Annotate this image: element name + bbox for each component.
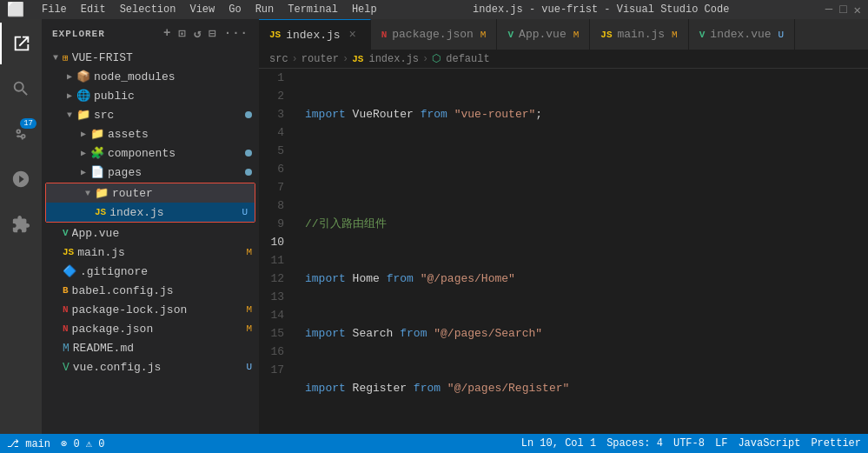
pkglock-badge: M — [246, 304, 252, 315]
more-icon[interactable]: ··· — [224, 26, 248, 41]
menu-go[interactable]: Go — [229, 3, 241, 16]
tree-gitignore[interactable]: 🔷 .gitignore — [42, 262, 259, 281]
tree-vueconfig[interactable]: V vue.config.js U — [42, 357, 259, 376]
menu-selection[interactable]: Selection — [120, 3, 176, 16]
ln-1: 1 — [259, 69, 291, 87]
breadcrumb-indexjs: index.js — [368, 53, 419, 65]
menu-run[interactable]: Run — [255, 3, 275, 16]
pub-arrow: ▶ — [63, 90, 76, 101]
status-spaces[interactable]: Spaces: 4 — [606, 437, 663, 450]
appvue-lang: V — [63, 228, 69, 238]
tab-indexvue-lang: V — [699, 30, 706, 40]
line-numbers: 1 2 3 4 5 6 7 8 9 10 11 12 13 14 15 16 1… — [259, 69, 298, 434]
status-right: Ln 10, Col 1 Spaces: 4 UTF-8 LF JavaScri… — [521, 437, 861, 450]
tab-index-vue[interactable]: V index.vue U — [689, 19, 795, 50]
breadcrumb-js-icon: JS — [352, 54, 363, 64]
assets-label: assets — [108, 128, 259, 141]
tab-index-js[interactable]: JS index.js × — [259, 19, 371, 50]
tree-router[interactable]: ▼ 📁 router — [46, 183, 255, 203]
ln-7: 7 — [259, 178, 291, 197]
tree-readme[interactable]: M README.md — [42, 338, 259, 357]
ln-3: 3 — [259, 105, 291, 123]
tree-root[interactable]: ▼ ⊞ VUE-FRIST — [42, 48, 259, 67]
tab-mainjs-label: main.js — [618, 28, 666, 41]
ln-2: 2 — [259, 87, 291, 105]
tree-assets[interactable]: ▶ 📁 assets — [42, 124, 259, 143]
tree-appvue[interactable]: V App.vue — [42, 223, 259, 243]
comp-dot — [245, 150, 252, 157]
title-bar-title: index.js - vue-frist - Visual Studio Cod… — [473, 3, 729, 16]
code-line-3: //引入路由组件 — [305, 215, 868, 233]
status-eol[interactable]: LF — [715, 437, 727, 450]
tree-node-modules[interactable]: ▶ 📦 node_modules — [42, 67, 259, 86]
editor-area: JS index.js × N package.json M V App.vue… — [259, 19, 868, 434]
menu-terminal[interactable]: Terminal — [288, 3, 338, 16]
status-encoding[interactable]: UTF-8 — [673, 437, 705, 450]
new-file-icon[interactable]: + — [163, 26, 171, 41]
tab-app-vue[interactable]: V App.vue M — [497, 19, 590, 50]
menu-view[interactable]: View — [189, 3, 215, 16]
tab-main-js[interactable]: JS main.js M — [590, 19, 688, 50]
code-editor[interactable]: 1 2 3 4 5 6 7 8 9 10 11 12 13 14 15 16 1… — [259, 69, 868, 434]
pages-label: pages — [108, 166, 245, 179]
mainjs-lang: JS — [63, 247, 74, 257]
sidebar-header-icons: + ⊡ ↺ ⊟ ··· — [163, 26, 248, 41]
router-highlight-box: ▼ 📁 router JS index.js U — [45, 183, 255, 223]
search-activity-icon[interactable] — [0, 68, 42, 110]
status-errors[interactable]: ⊗ 0 ⚠ 0 — [61, 437, 104, 450]
indexjs-badge: U — [242, 207, 248, 217]
root-icon: ⊞ — [63, 52, 69, 63]
explorer-activity-icon[interactable] — [0, 23, 42, 64]
tree-pkgjson[interactable]: N package.json M — [42, 319, 259, 338]
readme-icon: M — [63, 342, 70, 355]
tab-pkgjson-lang: N — [381, 30, 388, 40]
root-label: VUE-FRIST — [72, 51, 259, 64]
status-ln-col[interactable]: Ln 10, Col 1 — [521, 437, 596, 450]
indexjs-lang: JS — [95, 207, 106, 217]
tree-public[interactable]: ▶ 🌐 public — [42, 86, 259, 105]
tab-appvue-badge: M — [573, 30, 580, 40]
status-lang[interactable]: JavaScript — [738, 437, 800, 450]
root-arrow: ▼ — [49, 53, 63, 63]
tree-components[interactable]: ▶ 🧩 components — [42, 143, 259, 163]
ln-14: 14 — [259, 306, 291, 324]
tree-router-indexjs[interactable]: JS index.js U — [46, 203, 255, 222]
tree-babel[interactable]: B babel.config.js — [42, 281, 259, 300]
tab-package-json[interactable]: N package.json M — [371, 19, 498, 50]
breadcrumb-default: default — [446, 53, 489, 65]
tab-appvue-label: App.vue — [519, 28, 567, 41]
nm-arrow: ▶ — [63, 71, 76, 82]
code-lines[interactable]: import VueRouter from "vue-router"; //引入… — [298, 69, 868, 434]
comp-label: components — [108, 147, 245, 160]
ln-5: 5 — [259, 142, 291, 160]
src-label: src — [94, 109, 245, 122]
collapse-icon[interactable]: ⊟ — [209, 26, 216, 41]
babel-icon: B — [63, 285, 69, 296]
tree-mainjs[interactable]: JS main.js M — [42, 243, 259, 262]
status-formatter[interactable]: Prettier — [811, 437, 861, 450]
tab-index-js-close[interactable]: × — [346, 28, 360, 42]
source-control-activity-icon[interactable]: 17 — [0, 113, 42, 155]
sidebar-tree: ▼ ⊞ VUE-FRIST ▶ 📦 node_modules ▶ 🌐 publi… — [42, 48, 259, 434]
tree-src[interactable]: ▼ 📁 src — [42, 105, 259, 124]
menu-help[interactable]: Help — [352, 3, 377, 16]
menu-file[interactable]: File — [42, 3, 67, 16]
main-container: 17 EXPLORER + ⊡ ↺ ⊟ ··· ▼ ⊞ VUE-FRIST — [0, 19, 868, 434]
debug-activity-icon[interactable] — [0, 158, 42, 200]
menu-edit[interactable]: Edit — [81, 3, 106, 16]
status-branch[interactable]: ⎇ main — [7, 437, 50, 450]
tree-pages[interactable]: ▶ 📄 pages — [42, 163, 259, 182]
tree-pkglock[interactable]: N package-lock.json M — [42, 300, 259, 319]
new-folder-icon[interactable]: ⊡ — [178, 26, 186, 41]
pkglock-icon: N — [63, 304, 69, 315]
mainjs-label: main.js — [77, 246, 246, 259]
title-bar-left: ⬜ File Edit Selection View Go Run Termin… — [7, 1, 377, 18]
breadcrumb-default-icon: ⬡ — [432, 52, 441, 65]
tab-pkgjson-label: package.json — [392, 28, 474, 41]
title-bar-menu: File Edit Selection View Go Run Terminal… — [42, 3, 377, 16]
refresh-icon[interactable]: ↺ — [194, 26, 202, 41]
vueconfig-label: vue.config.js — [73, 361, 247, 374]
code-line-2 — [305, 160, 868, 178]
extensions-activity-icon[interactable] — [0, 203, 42, 245]
sidebar-header: EXPLORER + ⊡ ↺ ⊟ ··· — [42, 19, 259, 48]
